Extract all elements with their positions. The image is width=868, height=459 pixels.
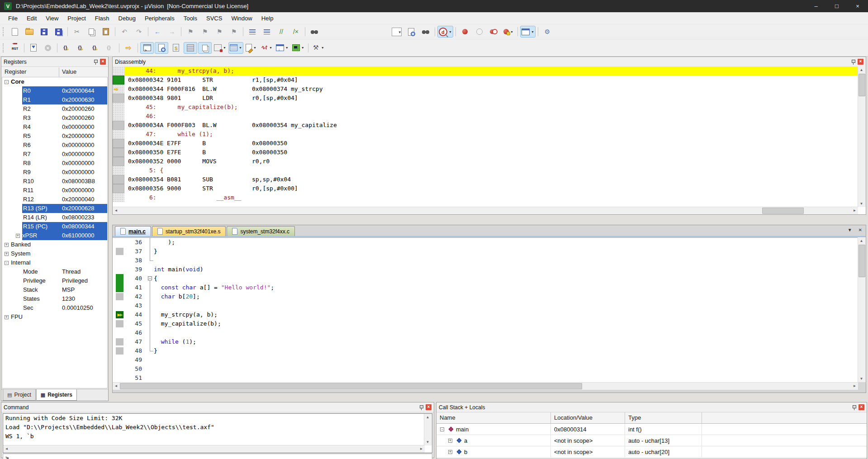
scroll-left-icon[interactable]: ◄ <box>3 445 10 452</box>
register-row[interactable]: +xPSR0x61000000 <box>2 231 107 240</box>
menu-item-file[interactable]: File <box>4 13 22 24</box>
pin-icon[interactable] <box>852 405 856 410</box>
tree-expand-icon[interactable]: - <box>440 427 444 431</box>
menu-item-debug[interactable]: Debug <box>114 13 140 24</box>
trace-window-icon[interactable]: ▼ <box>275 42 290 54</box>
tree-expand-icon[interactable]: + <box>16 234 20 238</box>
uncomment-icon[interactable]: /× <box>289 26 303 38</box>
editor-line[interactable]: 47 while (1); <box>113 337 858 346</box>
register-row[interactable]: R60x00000000 <box>2 141 107 150</box>
tab-close-icon[interactable]: ✕ <box>859 227 862 232</box>
disassembly-line[interactable]: 0x08000342 9101 STR r1,[sp,#0x04] <box>113 76 858 85</box>
register-column-header[interactable]: Register <box>2 67 59 77</box>
close-icon[interactable]: × <box>426 404 432 410</box>
tab-list-menu-icon[interactable]: ▼ <box>848 227 852 232</box>
register-row[interactable]: -Internal <box>2 258 107 267</box>
next-bookmark-icon[interactable]: ⚑ <box>213 26 226 38</box>
registers-window-icon[interactable] <box>184 42 197 54</box>
toolbox-icon[interactable]: ⚒▼ <box>311 42 326 54</box>
tree-expand-icon[interactable]: + <box>448 439 452 443</box>
panel-tab-project[interactable]: ▤Project <box>3 389 36 401</box>
register-row[interactable]: R40x00000000 <box>2 123 107 132</box>
close-icon[interactable]: × <box>100 59 106 65</box>
outdent-icon[interactable] <box>260 26 274 38</box>
command-vscrollbar[interactable]: ▲ ▼ <box>424 414 432 445</box>
scroll-right-icon[interactable]: ► <box>418 445 425 452</box>
run-to-cursor-icon[interactable]: {} <box>103 42 117 54</box>
tree-expand-icon[interactable]: + <box>5 243 9 247</box>
editor-line[interactable]: 42 char b[20]; <box>113 292 858 301</box>
reset-icon[interactable]: RST <box>8 42 22 54</box>
dropdown-caret-icon[interactable]: ▼ <box>510 30 513 33</box>
step-into-icon[interactable]: {} <box>60 42 73 54</box>
editor-line[interactable]: 49 <box>113 355 858 364</box>
scroll-up-icon[interactable]: ▲ <box>858 237 865 244</box>
register-row[interactable]: ModeThread <box>2 267 107 276</box>
dropdown-caret-icon[interactable]: ▼ <box>239 46 242 49</box>
editor-line[interactable]: 41 const char a[] = "Hello world!"; <box>113 283 858 292</box>
register-row[interactable]: R00x20000644 <box>2 86 107 95</box>
breakpoints-menu-icon[interactable]: ▼ <box>502 26 515 38</box>
insert-bookmark-icon[interactable]: ⚑ <box>184 26 197 38</box>
indent-icon[interactable] <box>246 26 259 38</box>
value-column-header[interactable]: Value <box>59 67 108 77</box>
save-all-icon[interactable] <box>52 26 65 38</box>
dropdown-caret-icon[interactable]: ▼ <box>253 46 256 49</box>
register-row[interactable]: R10x20000630 <box>2 95 107 104</box>
dropdown-caret-icon[interactable]: ▼ <box>531 30 534 33</box>
disassembly-line[interactable]: 0x08000350 E7FE B 0x08000350 <box>113 148 858 157</box>
tree-expand-icon[interactable]: + <box>5 252 9 256</box>
start-stop-debug-session-icon[interactable]: ▼ <box>437 26 453 38</box>
show-next-statement-icon[interactable]: ⇨ <box>122 42 135 54</box>
disassembly-line[interactable]: 45: my_capitalize(b); <box>113 103 858 112</box>
disassembly-line[interactable]: 0x0800034A F000F803 BL.W 0x08000354 my_c… <box>113 121 858 130</box>
command-input[interactable]: > <box>3 454 432 459</box>
editor-hscrollbar[interactable]: ◄ ► <box>113 382 858 390</box>
tree-expand-icon[interactable]: - <box>5 80 9 84</box>
scroll-down-icon[interactable]: ▼ <box>424 439 431 445</box>
redo-icon[interactable]: ↷ <box>132 26 146 38</box>
menu-item-peripherals[interactable]: Peripherals <box>140 13 179 24</box>
run-icon[interactable] <box>27 42 40 54</box>
dropdown-caret-icon[interactable]: ▼ <box>269 46 272 49</box>
disassembly-line[interactable]: 0x0800034E E7FF B 0x08000350 <box>113 139 858 148</box>
disassembly-line[interactable]: 0x08000354 B081 SUB sp,sp,#0x04 <box>113 175 858 184</box>
dropdown-caret-icon[interactable]: ▼ <box>301 46 304 49</box>
insert-breakpoint-icon[interactable] <box>458 26 472 38</box>
analysis-window-icon[interactable]: ∿t▼ <box>259 42 274 54</box>
editor-vscrollbar[interactable]: ▲ ▼ <box>858 237 866 382</box>
close-icon[interactable]: × <box>859 404 864 410</box>
editor-line[interactable]: 39int main(void) <box>113 265 858 274</box>
scrollbar-thumb[interactable] <box>762 208 804 214</box>
tree-expand-icon[interactable]: + <box>5 315 9 319</box>
disassembly-line[interactable]: 46: <box>113 112 858 121</box>
cut-icon[interactable]: ✂ <box>70 26 84 38</box>
scroll-down-icon[interactable]: ▼ <box>858 200 865 207</box>
editor-line[interactable]: 36 ); <box>113 238 858 247</box>
editor-line[interactable]: 43 <box>113 301 858 310</box>
type-column-header[interactable]: Type <box>625 412 702 423</box>
editor-line[interactable]: ▶▶44 my_strcpy(a, b); <box>113 310 858 319</box>
scrollbar-thumb[interactable] <box>859 245 865 277</box>
menu-item-edit[interactable]: Edit <box>22 13 41 24</box>
step-over-icon[interactable]: {} <box>74 42 88 54</box>
editor-line[interactable]: 50 <box>113 364 858 374</box>
editor-tab-main.c[interactable]: main.c <box>115 226 151 236</box>
pin-icon[interactable] <box>851 59 855 65</box>
dropdown-caret-icon[interactable]: ▼ <box>321 46 324 49</box>
register-row[interactable]: R15 (PC)0x08000344 <box>2 222 107 231</box>
disassembly-line[interactable]: 0x08000348 9801 LDR r0,[sp,#0x04] <box>113 94 858 103</box>
register-row[interactable]: R13 (SP)0x20000628 <box>2 204 107 213</box>
scroll-up-icon[interactable]: ▲ <box>858 66 865 73</box>
editor-line[interactable]: 45 my_capitalize(b); <box>113 319 858 328</box>
scrollbar-thumb[interactable] <box>859 74 865 96</box>
register-row[interactable]: R110x00000000 <box>2 186 107 195</box>
editor-tab-system_stm32f4xx.c[interactable]: system_stm32f4xx.c <box>227 226 295 236</box>
register-row[interactable]: R20x20000260 <box>2 104 107 114</box>
editor-line[interactable]: 51 <box>113 374 858 383</box>
fold-collapse-icon[interactable]: − <box>148 276 152 280</box>
menu-item-project[interactable]: Project <box>63 13 90 24</box>
serial-window-icon[interactable]: ▼ <box>244 42 258 54</box>
register-row[interactable]: +Banked <box>2 240 107 249</box>
register-row[interactable]: R30x20000260 <box>2 114 107 123</box>
